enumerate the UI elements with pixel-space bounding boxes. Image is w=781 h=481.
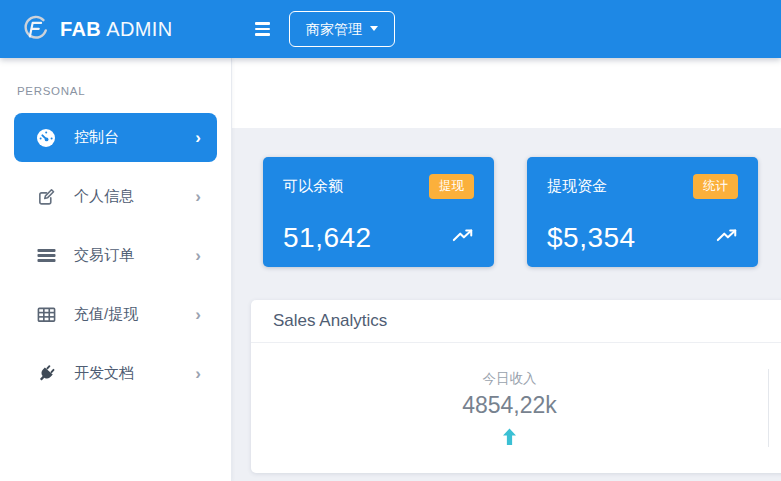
sidebar-item-label: 个人信息: [74, 187, 195, 206]
stat-card-value: $5,354: [547, 224, 636, 252]
brand-logo-icon: [20, 14, 50, 44]
table-icon: [35, 305, 57, 324]
sidebar-item-profile[interactable]: 个人信息 ›: [14, 172, 217, 221]
sidebar-toggle-icon[interactable]: [253, 18, 272, 40]
sidebar: PERSONAL 控制台 ›: [0, 58, 232, 481]
sales-analytics-card: Sales Analytics 今日收入 4854,22k: [251, 300, 781, 473]
plug-icon: [35, 364, 57, 383]
list-icon: [35, 246, 57, 265]
edit-icon: [35, 187, 57, 206]
sidebar-item-deposit-withdraw[interactable]: 充值/提现 ›: [14, 290, 217, 339]
sidebar-item-label: 充值/提现: [74, 305, 195, 324]
metric-today-income: 今日收入 4854,22k: [251, 370, 768, 446]
sidebar-item-dashboard[interactable]: 控制台 ›: [14, 113, 217, 162]
stat-card-value: 51,642: [283, 224, 372, 252]
sidebar-nav: 控制台 › 个人信息 › 交易订单 ›: [0, 113, 231, 398]
content-area: 可以余额 提现 51,642 提现资金 统计: [232, 128, 781, 481]
merchant-menu-label: 商家管理: [306, 21, 362, 38]
topbar: FABADMIN 商家管理: [0, 0, 781, 58]
chevron-right-icon: ›: [195, 188, 201, 205]
brand-logo[interactable]: FABADMIN: [0, 0, 232, 58]
sidebar-item-label: 开发文档: [74, 364, 195, 383]
trending-up-icon: [452, 228, 474, 247]
merchant-menu-button[interactable]: 商家管理: [289, 11, 395, 48]
gauge-icon: [35, 128, 57, 148]
sidebar-item-orders[interactable]: 交易订单 ›: [14, 231, 217, 280]
withdraw-badge[interactable]: 提现: [429, 174, 474, 199]
brand-title: FABADMIN: [60, 18, 173, 41]
sales-analytics-header: Sales Analytics: [251, 300, 781, 343]
chevron-right-icon: ›: [195, 306, 201, 323]
sidebar-item-dev-docs[interactable]: 开发文档 ›: [14, 349, 217, 398]
sidebar-item-label: 交易订单: [74, 246, 195, 265]
sidebar-section-label: PERSONAL: [17, 85, 231, 97]
metric-divider: [768, 369, 769, 447]
sales-analytics-title: Sales Analytics: [273, 311, 387, 331]
stats-badge[interactable]: 统计: [693, 174, 738, 199]
page-header-band: [232, 58, 781, 128]
stat-card-title: 提现资金: [547, 177, 607, 196]
metric-value: 4854,22k: [462, 392, 557, 419]
main-content: 可以余额 提现 51,642 提现资金 统计: [232, 58, 781, 481]
metric-label: 今日收入: [483, 370, 537, 388]
sales-analytics-body: 今日收入 4854,22k: [251, 343, 781, 473]
stat-cards-row: 可以余额 提现 51,642 提现资金 统计: [232, 128, 781, 267]
stat-card-withdraw-funds: 提现资金 统计 $5,354: [527, 157, 758, 267]
stat-card-title: 可以余额: [283, 177, 343, 196]
trending-up-icon: [716, 228, 738, 247]
caret-down-icon: [370, 26, 378, 31]
chevron-right-icon: ›: [195, 247, 201, 264]
chevron-right-icon: ›: [195, 129, 201, 146]
chevron-right-icon: ›: [195, 365, 201, 382]
stat-card-available-balance: 可以余额 提现 51,642: [263, 157, 494, 267]
sidebar-item-label: 控制台: [74, 128, 195, 147]
arrow-up-icon: [502, 428, 517, 446]
